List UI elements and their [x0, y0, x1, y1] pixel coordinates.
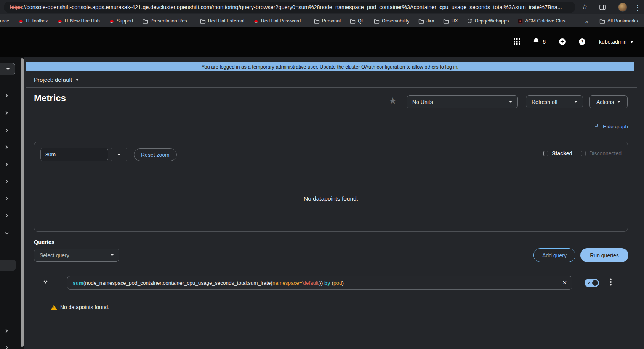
expr-token: = [299, 280, 302, 286]
expr-token: by [324, 280, 330, 286]
bookmarks-right-cluster: » All Bookmarks [585, 14, 644, 27]
bookmark-folder[interactable]: Presentation Res... [143, 18, 191, 24]
chevron-down-icon [6, 68, 10, 70]
bookmark-item[interactable]: ACM Coletive Clus... [518, 18, 569, 24]
nav-section-chevron-icon[interactable] [4, 178, 9, 185]
folder-icon [418, 19, 424, 24]
page-title: Metrics [34, 93, 66, 104]
timespan-dropdown-button[interactable] [111, 148, 127, 161]
side-panel-icon[interactable] [599, 4, 606, 11]
bookmark-folder[interactable]: UX [443, 18, 458, 24]
reset-zoom-button[interactable]: Reset zoom [134, 148, 177, 161]
bookmark-item[interactable]: OcpqeWebapps [467, 18, 509, 24]
bookmark-folder[interactable]: Red Hat External [200, 18, 244, 24]
run-queries-button[interactable]: Run queries [580, 248, 628, 262]
browser-profile-avatar[interactable] [618, 3, 627, 12]
query-enabled-toggle[interactable]: ✓ [585, 279, 599, 287]
bookmark-folder[interactable]: Personal [314, 18, 341, 24]
clear-query-icon[interactable]: ✕ [562, 279, 567, 286]
bookmarks-bar: urce IT Toolbox IT New Hire Hub Support … [0, 14, 644, 27]
bookmark-star-icon[interactable]: ☆ [582, 3, 588, 10]
url-bar[interactable]: https://console-openshift-console.apps.e… [4, 2, 575, 13]
notifications-bell-icon[interactable] [533, 38, 540, 45]
folder-icon [443, 19, 449, 24]
chevron-down-icon [574, 101, 577, 103]
browser-toolbar: https://console-openshift-console.apps.e… [0, 0, 644, 14]
nav-section-chevron-icon[interactable] [4, 93, 9, 100]
nav-scrollbar-thumb[interactable] [21, 58, 24, 347]
nav-section-chevron-icon[interactable] [4, 144, 9, 151]
divider [26, 87, 637, 88]
console-masthead: 6 ? kube:admin [0, 27, 644, 57]
nav-cut-dropdown[interactable] [0, 63, 15, 75]
divider [34, 327, 628, 327]
nav-active-item[interactable] [0, 260, 16, 271]
folder-icon [200, 19, 206, 24]
units-select[interactable]: No Units [407, 95, 518, 108]
bookmark-item[interactable]: Support [109, 18, 133, 24]
query-expression-input[interactable]: sum(node_namespace_pod_container:contain… [67, 276, 572, 290]
bookmark-item[interactable]: Red Hat Password... [253, 18, 305, 24]
bookmark-folder[interactable]: Jira [418, 18, 434, 24]
project-selector[interactable]: Project: default [34, 76, 79, 83]
cluster-oauth-link[interactable]: cluster OAuth configuration [345, 64, 405, 70]
toolbar-divider [614, 4, 614, 11]
nav-section-chevron-icon[interactable] [4, 328, 9, 335]
expr-token: 'default' [302, 280, 320, 286]
bookmark-folder[interactable]: QE [350, 18, 365, 24]
all-bookmarks-button[interactable]: All Bookmarks [599, 18, 638, 24]
select-query-dropdown[interactable]: Select query [34, 249, 119, 262]
redhat-icon [18, 19, 24, 23]
svg-text:?: ? [581, 39, 583, 44]
expr-token: pod [333, 280, 342, 286]
import-plus-icon[interactable] [559, 38, 566, 45]
nav-section-chevron-icon[interactable] [4, 213, 9, 220]
chevron-down-icon [617, 101, 620, 103]
notification-count[interactable]: 6 [543, 39, 546, 45]
folder-icon [599, 19, 605, 24]
stacked-checkbox-group[interactable]: Stacked [543, 150, 572, 156]
stacked-checkbox[interactable] [543, 151, 548, 156]
nav-section-chevron-down-icon[interactable] [4, 230, 9, 237]
chevron-down-icon [111, 254, 114, 256]
chevron-down-icon [76, 79, 79, 81]
compress-icon [595, 124, 600, 129]
redhat-icon [253, 19, 259, 23]
query-kebab-menu-icon[interactable] [610, 278, 612, 288]
timespan-input[interactable] [40, 148, 108, 161]
bookmark-item[interactable]: IT Toolbox [18, 18, 48, 24]
expr-token: ( [330, 280, 333, 286]
nav-section-chevron-icon[interactable] [4, 161, 9, 168]
bookmark-folder[interactable]: Observability [374, 18, 409, 24]
graph-options: Stacked Disconnected [543, 150, 622, 156]
folder-icon [350, 19, 356, 24]
bookmarks-divider [594, 18, 594, 24]
query-no-data-warning: No datapoints found. [51, 304, 109, 310]
redhat-icon [57, 19, 62, 23]
query-expand-chevron-icon[interactable] [43, 279, 48, 286]
expr-token: sum [73, 280, 83, 286]
nav-section-chevron-icon[interactable] [4, 127, 9, 134]
actions-button[interactable]: Actions [589, 95, 628, 108]
folder-icon [143, 19, 148, 24]
refresh-select[interactable]: Refresh off [526, 95, 583, 108]
user-menu[interactable]: kube:admin [599, 39, 633, 45]
nav-section-chevron-icon[interactable] [4, 110, 9, 117]
nav-section-chevron-icon[interactable] [4, 345, 9, 349]
browser-menu-icon[interactable]: ⋮ [634, 3, 641, 12]
hide-graph-link[interactable]: Hide graph [595, 124, 628, 129]
expr-token: node_namespace_pod_container:container_c… [85, 280, 271, 286]
warning-triangle-icon [51, 304, 57, 310]
bookmarks-overflow-chevron[interactable]: » [585, 18, 588, 24]
expr-token: namespace [272, 280, 299, 286]
folder-icon [314, 19, 320, 24]
nav-section-chevron-icon[interactable] [4, 196, 9, 202]
chevron-down-icon [117, 154, 120, 156]
app-launcher-icon[interactable] [514, 38, 520, 45]
bookmark-item[interactable]: urce [0, 18, 9, 24]
add-query-button[interactable]: Add query [533, 248, 575, 262]
bookmark-item[interactable]: IT New Hire Hub [57, 18, 100, 24]
help-icon[interactable]: ? [578, 38, 586, 45]
favorite-star-icon[interactable]: ★ [389, 96, 397, 105]
check-icon: ✓ [587, 280, 591, 285]
